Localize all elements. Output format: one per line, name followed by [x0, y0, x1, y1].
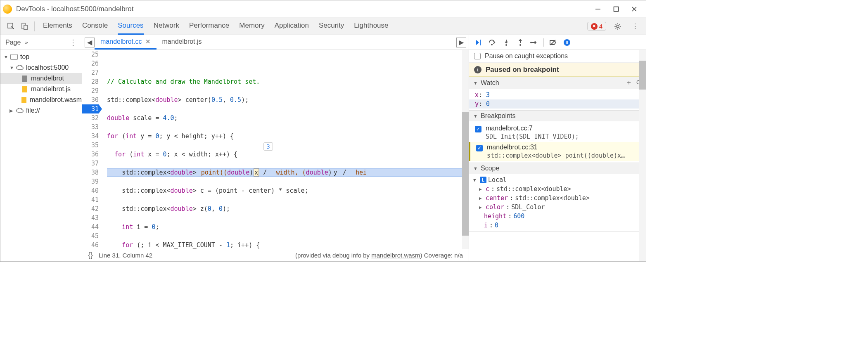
svg-point-12	[530, 42, 532, 43]
step-out-icon[interactable]	[515, 38, 525, 47]
braces-icon[interactable]: {}	[88, 251, 93, 260]
tab-network[interactable]: Network	[154, 18, 179, 35]
gear-icon[interactable]	[612, 21, 624, 32]
gutter[interactable]: 2526272829303132333435363738394041424344…	[82, 50, 102, 255]
jsfile-icon	[21, 85, 28, 93]
toolbar-divider	[34, 21, 35, 31]
tree-top[interactable]: ▼top	[0, 52, 82, 62]
tree-host[interactable]: ▼localhost:5000	[0, 62, 82, 73]
panel-scrollbar[interactable]	[639, 50, 646, 261]
cursor-position: Line 31, Column 42	[99, 252, 152, 259]
tab-memory[interactable]: Memory	[239, 18, 264, 35]
checkbox-icon[interactable]: ✓	[475, 126, 481, 132]
scope-var[interactable]: ▶color: SDL_Color	[469, 203, 646, 212]
pause-exceptions-icon[interactable]	[562, 38, 572, 47]
watch-section: ▼Watch ＋⟳ x: 3 y: 0	[469, 77, 646, 111]
svg-point-7	[617, 25, 619, 28]
cloud-icon	[16, 107, 24, 114]
tab-performance[interactable]: Performance	[189, 18, 229, 35]
app-icon	[3, 5, 12, 14]
scope-local[interactable]: ▼L Local	[469, 175, 646, 184]
sidebar-more-icon[interactable]: ⋮	[69, 38, 77, 47]
svg-rect-1	[614, 7, 619, 11]
step-over-icon[interactable]	[487, 38, 497, 47]
checkbox-icon	[474, 53, 481, 59]
svg-rect-15	[566, 41, 567, 44]
tab-elements[interactable]: Elements	[43, 18, 72, 35]
folder-icon	[10, 53, 18, 61]
local-badge-icon: L	[480, 177, 486, 183]
editor-tab-cc[interactable]: mandelbrot.cc✕	[95, 35, 157, 50]
main-toolbar: Elements Console Sources Network Perform…	[0, 18, 646, 35]
debug-info: (provided via debug info by mandelbrot.w…	[295, 252, 463, 259]
watch-row[interactable]: x: 3	[469, 90, 646, 99]
tab-console[interactable]: Console	[82, 18, 108, 35]
editor-statusbar: {} Line 31, Column 42 (provided via debu…	[82, 249, 469, 261]
info-icon: i	[474, 66, 481, 73]
close-icon[interactable]: ✕	[145, 38, 151, 45]
minimize-button[interactable]	[589, 3, 607, 15]
more-icon[interactable]: ⋮	[629, 21, 641, 32]
svg-point-10	[505, 44, 507, 46]
scope-section: ▼Scope ▼L Local ▶c: std::complex<double>…	[469, 163, 646, 232]
tree-file-js[interactable]: mandelbrot.js	[0, 84, 82, 94]
cloud-icon	[16, 64, 24, 71]
tab-lighthouse[interactable]: Lighthouse	[354, 18, 388, 35]
step-icon[interactable]	[529, 38, 539, 47]
editor: ◀ mandelbrot.cc✕ mandelbrot.js ▶ 2526272…	[82, 35, 469, 261]
breakpoint-row[interactable]: ✓ mandelbrot.cc:31std::complex<double> p…	[469, 142, 646, 161]
breakpoints-header[interactable]: ▼Breakpoints	[469, 111, 646, 121]
window-title: DevTools - localhost:5000/mandelbrot	[16, 5, 589, 13]
svg-rect-8	[480, 40, 481, 45]
tree-file-scheme[interactable]: ▶file://	[0, 105, 82, 116]
scrollbar-vertical[interactable]	[462, 50, 469, 255]
svg-rect-6	[24, 25, 27, 30]
hover-tooltip: 3	[263, 142, 273, 151]
tab-security[interactable]: Security	[319, 18, 344, 35]
paused-banner: i Paused on breakpoint	[469, 63, 646, 77]
titlebar: DevTools - localhost:5000/mandelbrot	[0, 0, 646, 18]
svg-rect-16	[567, 41, 568, 44]
chevron-icon[interactable]: »	[25, 39, 28, 45]
svg-point-9	[491, 44, 493, 45]
deactivate-bp-icon[interactable]	[548, 38, 558, 47]
nav-back-icon[interactable]: ◀	[85, 38, 95, 47]
breakpoints-section: ▼Breakpoints ✓ mandelbrot.cc:7SDL_Init(S…	[469, 111, 646, 163]
error-count[interactable]: ✕ 4	[587, 22, 606, 31]
tree-file-wasm[interactable]: mandelbrot.wasm	[0, 94, 82, 105]
pause-caught-checkbox[interactable]: Pause on caught exceptions	[469, 50, 646, 63]
scope-var[interactable]: ▶c: std::complex<double>	[469, 184, 646, 194]
step-into-icon[interactable]	[501, 38, 511, 47]
breakpoint-row[interactable]: ✓ mandelbrot.cc:7SDL_Init(SDL_INIT_VIDEO…	[469, 123, 646, 142]
wasm-link[interactable]: mandelbrot.wasm	[371, 252, 420, 259]
device-icon[interactable]	[19, 21, 30, 32]
editor-tab-js[interactable]: mandelbrot.js	[157, 35, 208, 50]
resume-icon[interactable]	[473, 38, 483, 47]
jsfile-icon	[21, 96, 27, 104]
nav-fwd-icon[interactable]: ▶	[456, 38, 466, 47]
navigator-sidebar: Page » ⋮ ▼top ▼localhost:5000 mandelbrot…	[0, 35, 82, 261]
file-icon	[21, 75, 28, 82]
watch-row[interactable]: y: 0	[469, 99, 646, 109]
maximize-button[interactable]	[607, 3, 625, 15]
tab-application[interactable]: Application	[275, 18, 309, 35]
error-icon: ✕	[591, 23, 598, 30]
tab-sources[interactable]: Sources	[118, 18, 143, 35]
scope-var[interactable]: height: 600	[469, 212, 646, 221]
tree-file-mandelbrot[interactable]: mandelbrot	[0, 73, 82, 84]
scope-var[interactable]: i: 0	[469, 221, 646, 230]
add-icon[interactable]: ＋	[626, 78, 632, 87]
inspect-icon[interactable]	[5, 21, 17, 32]
watch-header[interactable]: ▼Watch ＋⟳	[469, 77, 646, 89]
file-tree: ▼top ▼localhost:5000 mandelbrot mandelbr…	[0, 50, 82, 261]
svg-point-11	[519, 44, 521, 46]
code-area[interactable]: // Calculate and draw the Mandelbrot set…	[102, 50, 469, 255]
scope-var[interactable]: ▶center: std::complex<double>	[469, 194, 646, 203]
scope-header[interactable]: ▼Scope	[469, 163, 646, 174]
close-button[interactable]	[625, 3, 643, 15]
debugger-panel: Pause on caught exceptions i Paused on b…	[469, 35, 646, 261]
current-line: std::complex<double> point((double)x / w…	[107, 168, 469, 177]
checkbox-icon[interactable]: ✓	[476, 145, 483, 151]
svg-point-14	[564, 39, 570, 46]
page-label[interactable]: Page	[5, 39, 21, 46]
